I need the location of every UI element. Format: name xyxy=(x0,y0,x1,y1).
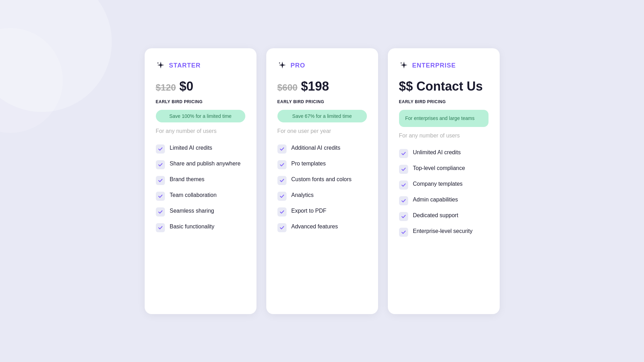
pro-features-list: Additional AI credits Pro templates Cust… xyxy=(277,144,367,232)
enterprise-check-icon-1 xyxy=(399,149,408,158)
background-decoration-2 xyxy=(0,28,63,133)
pro-check-icon-4 xyxy=(277,192,287,201)
enterprise-price-row: $$ Contact Us xyxy=(399,79,489,94)
starter-feature-text-3: Brand themes xyxy=(170,176,205,183)
starter-feature-2: Share and publish anywhere xyxy=(156,160,245,169)
pro-user-info: For one user per year xyxy=(277,128,367,134)
pro-card: PRO $600 $198 EARLY BIRD PRICING Save 67… xyxy=(266,48,378,314)
check-icon-6 xyxy=(156,223,165,232)
check-icon-1 xyxy=(156,144,165,154)
starter-plan-name: STARTER xyxy=(169,62,201,69)
pro-price-row: $600 $198 xyxy=(277,79,367,94)
enterprise-card: ENTERPRISE $$ Contact Us EARLY BIRD PRIC… xyxy=(388,48,500,314)
spark-icon xyxy=(156,61,166,71)
enterprise-spark-icon xyxy=(399,61,409,71)
enterprise-check-icon-6 xyxy=(399,228,408,237)
pro-savings-badge: Save 67% for a limited time xyxy=(277,110,367,122)
enterprise-check-icon-3 xyxy=(399,180,408,190)
pro-price-current: $198 xyxy=(301,79,329,94)
enterprise-check-icon-4 xyxy=(399,196,408,205)
pro-feature-text-2: Pro templates xyxy=(291,160,326,168)
pro-check-icon-6 xyxy=(277,223,287,232)
pro-check-icon-5 xyxy=(277,207,287,217)
starter-feature-text-1: Limited AI credits xyxy=(170,144,212,152)
starter-feature-6: Basic functionality xyxy=(156,223,245,232)
starter-savings-badge: Save 100% for a limited time xyxy=(156,110,245,122)
enterprise-feature-1: Unlimited AI credits xyxy=(399,149,489,158)
svg-point-1 xyxy=(279,62,280,63)
starter-feature-3: Brand themes xyxy=(156,176,245,185)
pro-spark-icon xyxy=(277,61,287,71)
enterprise-price-contact: $$ Contact Us xyxy=(399,79,483,94)
pro-feature-5: Export to PDF xyxy=(277,207,367,217)
enterprise-feature-6: Enterprise-level security xyxy=(399,227,489,237)
starter-card-header: STARTER xyxy=(156,61,245,71)
pro-card-header: PRO xyxy=(277,61,367,71)
pro-feature-text-6: Advanced features xyxy=(291,223,338,230)
enterprise-feature-text-3: Company templates xyxy=(413,180,463,188)
starter-feature-1: Limited AI credits xyxy=(156,144,245,154)
enterprise-check-icon-2 xyxy=(399,165,408,174)
background-decoration-1 xyxy=(0,0,112,112)
enterprise-plan-name: ENTERPRISE xyxy=(412,62,456,69)
starter-feature-5: Seamless sharing xyxy=(156,207,245,217)
enterprise-feature-2: Top-level compliance xyxy=(399,164,489,174)
starter-feature-text-2: Share and publish anywhere xyxy=(170,160,241,168)
pro-feature-2: Pro templates xyxy=(277,160,367,169)
enterprise-card-header: ENTERPRISE xyxy=(399,61,489,71)
enterprise-feature-text-4: Admin capabilities xyxy=(413,196,458,204)
enterprise-feature-text-2: Top-level compliance xyxy=(413,164,465,172)
enterprise-feature-3: Company templates xyxy=(399,180,489,190)
pro-plan-name: PRO xyxy=(291,62,305,69)
starter-feature-text-4: Team collaboration xyxy=(170,191,217,199)
enterprise-feature-5: Dedicated support xyxy=(399,212,489,221)
starter-features-list: Limited AI credits Share and publish any… xyxy=(156,144,245,232)
enterprise-user-info: For any number of users xyxy=(399,133,489,139)
pro-feature-1: Additional AI credits xyxy=(277,144,367,154)
pro-feature-3: Custom fonts and colors xyxy=(277,176,367,185)
enterprise-feature-text-6: Enterprise-level security xyxy=(413,227,473,235)
starter-user-info: For any number of users xyxy=(156,128,245,134)
svg-point-2 xyxy=(400,62,401,63)
check-icon-4 xyxy=(156,192,165,201)
check-icon-5 xyxy=(156,207,165,217)
starter-price-current: $0 xyxy=(179,79,193,94)
pro-price-original: $600 xyxy=(277,82,298,93)
svg-point-0 xyxy=(157,62,158,63)
starter-feature-4: Team collaboration xyxy=(156,191,245,201)
pro-feature-text-5: Export to PDF xyxy=(291,207,326,215)
starter-price-original: $120 xyxy=(156,82,176,93)
enterprise-feature-text-5: Dedicated support xyxy=(413,212,458,219)
pro-check-icon-1 xyxy=(277,144,287,154)
enterprise-features-list: Unlimited AI credits Top-level complianc… xyxy=(399,149,489,237)
starter-feature-text-6: Basic functionality xyxy=(170,223,215,230)
pro-early-bird-label: EARLY BIRD PRICING xyxy=(277,99,367,104)
pro-feature-6: Advanced features xyxy=(277,223,367,232)
pro-check-icon-2 xyxy=(277,160,287,169)
starter-early-bird-label: EARLY BIRD PRICING xyxy=(156,99,245,104)
pro-feature-text-3: Custom fonts and colors xyxy=(291,176,352,183)
enterprise-check-icon-5 xyxy=(399,212,408,221)
enterprise-feature-text-1: Unlimited AI credits xyxy=(413,149,461,156)
pro-check-icon-3 xyxy=(277,176,287,185)
pricing-cards-container: STARTER $120 $0 EARLY BIRD PRICING Save … xyxy=(138,34,507,328)
starter-feature-text-5: Seamless sharing xyxy=(170,207,214,215)
check-icon-2 xyxy=(156,160,165,169)
enterprise-savings-badge: For enterprises and large teams xyxy=(399,110,489,127)
pro-feature-4: Analytics xyxy=(277,191,367,201)
starter-card: STARTER $120 $0 EARLY BIRD PRICING Save … xyxy=(145,48,256,314)
check-icon-3 xyxy=(156,176,165,185)
enterprise-early-bird-label: EARLY BIRD PRICING xyxy=(399,99,489,104)
pro-feature-text-4: Analytics xyxy=(291,191,314,199)
starter-price-row: $120 $0 xyxy=(156,79,245,94)
enterprise-feature-4: Admin capabilities xyxy=(399,196,489,205)
pro-feature-text-1: Additional AI credits xyxy=(291,144,341,152)
